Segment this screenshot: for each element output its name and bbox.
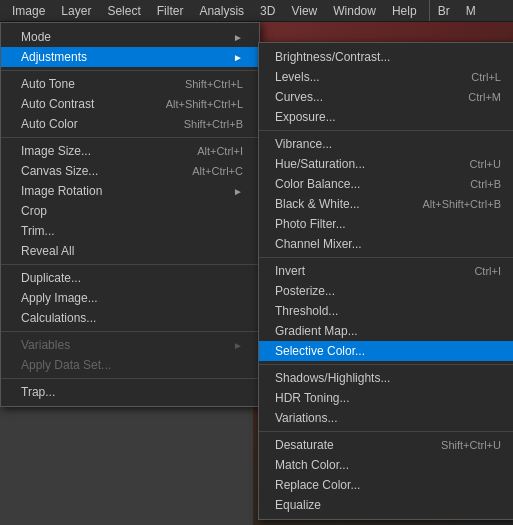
menu-item-canvas-size[interactable]: Canvas Size... Alt+Ctrl+C bbox=[1, 161, 259, 181]
menu-item-apply-image[interactable]: Apply Image... bbox=[1, 288, 259, 308]
menu-item-mode-label: Mode bbox=[21, 30, 51, 44]
adj-vibrance-label: Vibrance... bbox=[275, 137, 332, 151]
adj-exposure[interactable]: Exposure... bbox=[259, 107, 513, 127]
adj-vibrance[interactable]: Vibrance... bbox=[259, 134, 513, 154]
menu-item-mode-arrow: ► bbox=[233, 32, 243, 43]
menu-item-auto-tone-shortcut: Shift+Ctrl+L bbox=[185, 78, 243, 90]
adj-desaturate-label: Desaturate bbox=[275, 438, 334, 452]
menubar-item-image[interactable]: Image bbox=[4, 0, 53, 21]
adj-replace-color-label: Replace Color... bbox=[275, 478, 360, 492]
menu-item-crop[interactable]: Crop bbox=[1, 201, 259, 221]
adj-match-color[interactable]: Match Color... bbox=[259, 455, 513, 475]
adj-replace-color[interactable]: Replace Color... bbox=[259, 475, 513, 495]
menu-item-trim-label: Trim... bbox=[21, 224, 55, 238]
adj-equalize[interactable]: Equalize bbox=[259, 495, 513, 515]
menubar-item-m[interactable]: M bbox=[458, 0, 484, 21]
menu-item-variables[interactable]: Variables ► bbox=[1, 335, 259, 355]
menu-item-adjustments[interactable]: Adjustments ► bbox=[1, 47, 259, 67]
menu-item-auto-tone[interactable]: Auto Tone Shift+Ctrl+L bbox=[1, 74, 259, 94]
dropdown-area: Mode ► Adjustments ► Auto Tone Shift+Ctr… bbox=[0, 22, 513, 525]
adj-threshold-label: Threshold... bbox=[275, 304, 338, 318]
adj-levels[interactable]: Levels... Ctrl+L bbox=[259, 67, 513, 87]
menu-item-calculations[interactable]: Calculations... bbox=[1, 308, 259, 328]
adj-invert[interactable]: Invert Ctrl+I bbox=[259, 261, 513, 281]
adj-sep-3 bbox=[259, 364, 513, 365]
adj-hue-saturation-shortcut: Ctrl+U bbox=[470, 158, 501, 170]
menu-item-canvas-size-label: Canvas Size... bbox=[21, 164, 98, 178]
separator-3 bbox=[1, 264, 259, 265]
menu-item-variables-label: Variables bbox=[21, 338, 70, 352]
menu-item-adjustments-label: Adjustments bbox=[21, 50, 87, 64]
adj-color-balance-label: Color Balance... bbox=[275, 177, 360, 191]
menu-item-image-rotation-label: Image Rotation bbox=[21, 184, 102, 198]
adj-equalize-label: Equalize bbox=[275, 498, 321, 512]
adj-invert-shortcut: Ctrl+I bbox=[474, 265, 501, 277]
menu-item-trap[interactable]: Trap... bbox=[1, 382, 259, 402]
menu-item-trim[interactable]: Trim... bbox=[1, 221, 259, 241]
adj-black-white-shortcut: Alt+Shift+Ctrl+B bbox=[422, 198, 501, 210]
menu-item-variables-arrow: ► bbox=[233, 340, 243, 351]
adj-sep-4 bbox=[259, 431, 513, 432]
adj-black-white[interactable]: Black & White... Alt+Shift+Ctrl+B bbox=[259, 194, 513, 214]
menu-item-duplicate[interactable]: Duplicate... bbox=[1, 268, 259, 288]
adj-sep-1 bbox=[259, 130, 513, 131]
adj-color-balance-shortcut: Ctrl+B bbox=[470, 178, 501, 190]
menubar-item-filter[interactable]: Filter bbox=[149, 0, 192, 21]
menu-item-reveal-all[interactable]: Reveal All bbox=[1, 241, 259, 261]
adj-channel-mixer-label: Channel Mixer... bbox=[275, 237, 362, 251]
menu-item-auto-contrast-label: Auto Contrast bbox=[21, 97, 94, 111]
adj-desaturate[interactable]: Desaturate Shift+Ctrl+U bbox=[259, 435, 513, 455]
menu-item-image-rotation[interactable]: Image Rotation ► bbox=[1, 181, 259, 201]
menu-item-auto-color-shortcut: Shift+Ctrl+B bbox=[184, 118, 243, 130]
adj-gradient-map[interactable]: Gradient Map... bbox=[259, 321, 513, 341]
adj-selective-color-label: Selective Color... bbox=[275, 344, 365, 358]
menubar-item-help[interactable]: Help bbox=[384, 0, 425, 21]
adj-threshold[interactable]: Threshold... bbox=[259, 301, 513, 321]
adj-invert-label: Invert bbox=[275, 264, 305, 278]
menu-item-adjustments-arrow: ► bbox=[233, 52, 243, 63]
adj-exposure-label: Exposure... bbox=[275, 110, 336, 124]
menubar-item-layer[interactable]: Layer bbox=[53, 0, 99, 21]
adj-selective-color[interactable]: Selective Color... bbox=[259, 341, 513, 361]
menu-item-calculations-label: Calculations... bbox=[21, 311, 96, 325]
menu-item-image-size[interactable]: Image Size... Alt+Ctrl+I bbox=[1, 141, 259, 161]
adj-gradient-map-label: Gradient Map... bbox=[275, 324, 358, 338]
adj-photo-filter[interactable]: Photo Filter... bbox=[259, 214, 513, 234]
menubar: Image Layer Select Filter Analysis 3D Vi… bbox=[0, 0, 513, 22]
adj-color-balance[interactable]: Color Balance... Ctrl+B bbox=[259, 174, 513, 194]
adj-curves-label: Curves... bbox=[275, 90, 323, 104]
adj-desaturate-shortcut: Shift+Ctrl+U bbox=[441, 439, 501, 451]
adj-black-white-label: Black & White... bbox=[275, 197, 360, 211]
menu-item-apply-data-set[interactable]: Apply Data Set... bbox=[1, 355, 259, 375]
menubar-item-br[interactable]: Br bbox=[429, 0, 458, 21]
adj-posterize[interactable]: Posterize... bbox=[259, 281, 513, 301]
menu-item-auto-tone-label: Auto Tone bbox=[21, 77, 75, 91]
adj-brightness-contrast-label: Brightness/Contrast... bbox=[275, 50, 390, 64]
separator-4 bbox=[1, 331, 259, 332]
adjustments-submenu: Brightness/Contrast... Levels... Ctrl+L … bbox=[258, 42, 513, 520]
adj-curves[interactable]: Curves... Ctrl+M bbox=[259, 87, 513, 107]
adj-shadows-highlights[interactable]: Shadows/Highlights... bbox=[259, 368, 513, 388]
adj-hue-saturation[interactable]: Hue/Saturation... Ctrl+U bbox=[259, 154, 513, 174]
menubar-item-3d[interactable]: 3D bbox=[252, 0, 283, 21]
adj-hue-saturation-label: Hue/Saturation... bbox=[275, 157, 365, 171]
adj-variations[interactable]: Variations... bbox=[259, 408, 513, 428]
menu-item-auto-contrast[interactable]: Auto Contrast Alt+Shift+Ctrl+L bbox=[1, 94, 259, 114]
separator-5 bbox=[1, 378, 259, 379]
adj-hdr-toning[interactable]: HDR Toning... bbox=[259, 388, 513, 408]
adj-levels-label: Levels... bbox=[275, 70, 320, 84]
adj-brightness-contrast[interactable]: Brightness/Contrast... bbox=[259, 47, 513, 67]
menu-item-auto-color[interactable]: Auto Color Shift+Ctrl+B bbox=[1, 114, 259, 134]
menubar-item-select[interactable]: Select bbox=[99, 0, 148, 21]
menubar-item-window[interactable]: Window bbox=[325, 0, 384, 21]
menu-item-mode[interactable]: Mode ► bbox=[1, 27, 259, 47]
image-menu: Mode ► Adjustments ► Auto Tone Shift+Ctr… bbox=[0, 22, 260, 407]
menubar-item-view[interactable]: View bbox=[283, 0, 325, 21]
menu-item-apply-data-set-label: Apply Data Set... bbox=[21, 358, 111, 372]
menubar-item-analysis[interactable]: Analysis bbox=[191, 0, 252, 21]
menu-item-duplicate-label: Duplicate... bbox=[21, 271, 81, 285]
adj-levels-shortcut: Ctrl+L bbox=[471, 71, 501, 83]
menu-item-canvas-size-shortcut: Alt+Ctrl+C bbox=[192, 165, 243, 177]
menu-item-trap-label: Trap... bbox=[21, 385, 55, 399]
adj-channel-mixer[interactable]: Channel Mixer... bbox=[259, 234, 513, 254]
